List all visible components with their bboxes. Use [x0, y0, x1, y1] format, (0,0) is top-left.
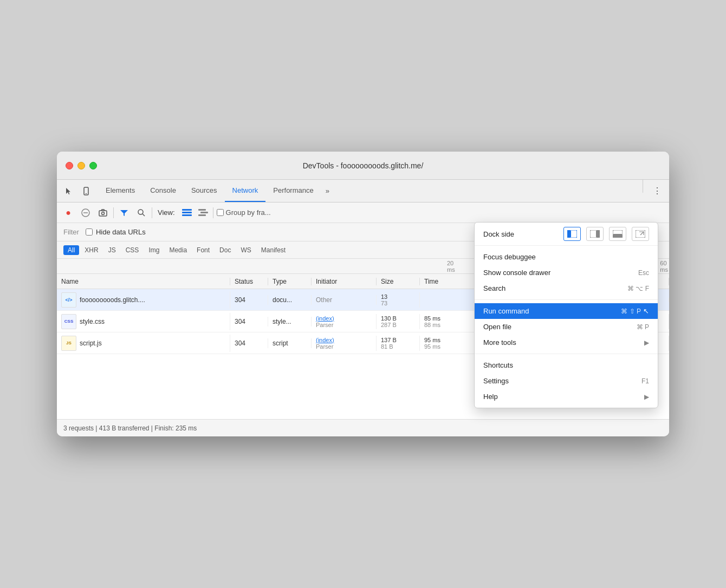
menu-open-file[interactable]: Open file ⌘ P [475, 319, 658, 335]
minimize-button[interactable] [77, 162, 85, 169]
svg-rect-17 [596, 230, 600, 238]
file-icon-html: </> [61, 292, 76, 308]
list-view-button[interactable] [180, 206, 193, 219]
settings-shortcut: F1 [641, 377, 649, 385]
filter-js[interactable]: JS [104, 245, 120, 255]
dock-right-icon [590, 230, 600, 238]
run-command-label: Run command [483, 307, 612, 315]
hide-data-urls-wrap: Hide data URLs [86, 228, 146, 236]
th-initiator: Initiator [312, 278, 377, 285]
row2-name: style.css [80, 318, 105, 325]
filter-button[interactable] [117, 206, 131, 220]
dock-right-button[interactable] [586, 227, 604, 241]
filter-all[interactable]: All [63, 245, 79, 255]
help-arrow: ▶ [644, 393, 649, 401]
svg-point-5 [102, 212, 105, 214]
dock-bottom-button[interactable] [609, 227, 626, 241]
td-size-3: 137 B 81 B [377, 336, 420, 351]
focus-debuggee-label: Focus debuggee [483, 253, 649, 261]
run-command-shortcut: ⌘ ⇧ P [621, 308, 641, 315]
tab-sources[interactable]: Sources [184, 180, 225, 202]
menu-search[interactable]: Search ⌘ ⌥ F [475, 280, 658, 296]
menu-section-1: Focus debuggee Show console drawer Esc S… [475, 246, 658, 300]
show-console-shortcut: Esc [638, 269, 649, 277]
svg-rect-9 [182, 212, 192, 213]
undock-button[interactable] [632, 227, 649, 241]
tree-view-icon [198, 209, 208, 217]
clear-icon [81, 208, 90, 217]
tab-network[interactable]: Network [225, 180, 266, 202]
svg-rect-1 [86, 193, 87, 194]
td-status-3: 304 [230, 338, 268, 348]
filter-manifest[interactable]: Manifest [257, 245, 290, 255]
filter-label: Filter [63, 228, 79, 236]
dock-side-label: Dock side [483, 230, 558, 238]
td-size-1: 13 73 [377, 292, 420, 308]
filter-css[interactable]: CSS [121, 245, 144, 255]
search-icon [137, 208, 146, 217]
search-button[interactable] [134, 206, 148, 220]
three-dot-menu-button[interactable]: ⋮ [650, 184, 665, 199]
tab-more-button[interactable]: » [321, 180, 334, 202]
view-label: View: [158, 208, 175, 217]
tab-elements[interactable]: Elements [98, 180, 142, 202]
record-button[interactable]: ● [61, 206, 75, 220]
clear-button[interactable] [79, 206, 93, 220]
menu-focus-debuggee[interactable]: Focus debuggee [475, 249, 658, 265]
tab-bar: Elements Console Sources Network Perform… [57, 180, 669, 202]
status-bar: 3 requests | 413 B transferred | Finish:… [57, 419, 669, 436]
filter-media[interactable]: Media [165, 245, 191, 255]
group-frames-checkbox[interactable] [217, 209, 224, 216]
timeline-marker-1: 20 ms [447, 260, 456, 273]
tab-performance[interactable]: Performance [265, 180, 321, 202]
dock-left-button[interactable] [563, 227, 581, 241]
td-name-3: JS script.js [57, 335, 230, 352]
toolbar-divider-1 [113, 207, 114, 218]
cursor-icon [64, 187, 73, 195]
undock-icon [636, 230, 645, 238]
title-bar: DevTools - fooooooooods.glitch.me/ [57, 152, 669, 180]
menu-shortcuts[interactable]: Shortcuts [475, 357, 658, 373]
dock-side-section: Dock side [475, 223, 658, 246]
td-name-2: CSS style.css [57, 313, 230, 330]
more-tools-arrow: ▶ [644, 339, 649, 347]
filter-doc[interactable]: Doc [215, 245, 235, 255]
hide-data-urls-checkbox[interactable] [86, 228, 93, 236]
tab-bar-divider [643, 180, 643, 193]
tab-console[interactable]: Console [142, 180, 184, 202]
toolbar-divider-3 [213, 207, 213, 218]
td-type-2: style... [268, 317, 312, 326]
td-status-2: 304 [230, 317, 268, 326]
filter-input-wrap: Filter [63, 228, 79, 236]
menu-settings[interactable]: Settings F1 [475, 373, 658, 389]
open-file-label: Open file [483, 323, 628, 331]
tree-view-button[interactable] [197, 206, 210, 219]
menu-help[interactable]: Help ▶ [475, 389, 658, 404]
filter-xhr[interactable]: XHR [80, 245, 102, 255]
help-label: Help [483, 393, 644, 401]
open-file-shortcut: ⌘ P [637, 323, 649, 331]
maximize-button[interactable] [89, 162, 97, 169]
menu-run-command[interactable]: Run command ⌘ ⇧ P ↖ [475, 303, 658, 319]
cursor-icon-btn[interactable] [61, 184, 76, 199]
menu-section-3: Shortcuts Settings F1 Help ▶ [475, 354, 658, 408]
mobile-icon-btn[interactable] [79, 184, 94, 199]
td-initiator-1: Other [312, 295, 377, 305]
svg-rect-11 [198, 209, 206, 211]
filter-font[interactable]: Font [192, 245, 214, 255]
svg-rect-15 [567, 230, 571, 238]
td-type-1: docu... [268, 295, 312, 305]
menu-show-console[interactable]: Show console drawer Esc [475, 265, 658, 280]
menu-more-tools[interactable]: More tools ▶ [475, 335, 658, 350]
search-label: Search [483, 284, 619, 292]
camera-icon [99, 208, 107, 217]
close-button[interactable] [66, 162, 73, 169]
th-type: Type [268, 278, 312, 285]
filter-img[interactable]: Img [144, 245, 164, 255]
show-console-label: Show console drawer [483, 269, 630, 277]
shortcuts-label: Shortcuts [483, 361, 649, 369]
th-name: Name [57, 278, 230, 285]
filter-ws[interactable]: WS [236, 245, 255, 255]
camera-button[interactable] [96, 206, 110, 220]
tab-bar-left-icons [61, 180, 94, 202]
